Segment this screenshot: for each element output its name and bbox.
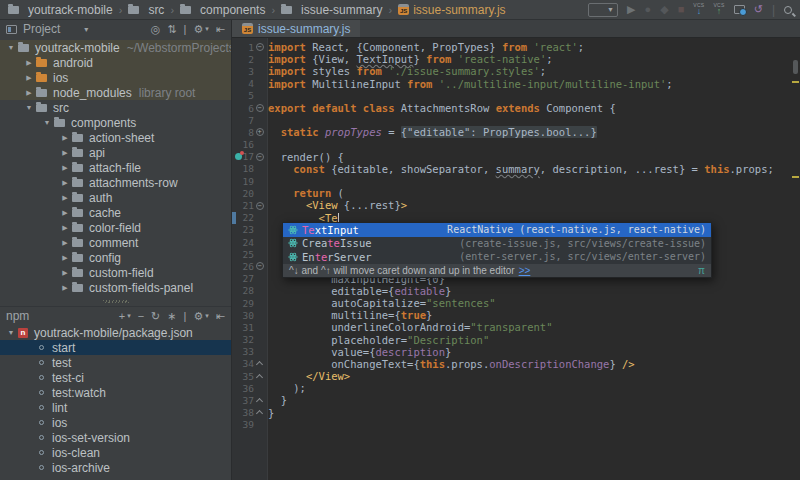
tree-item-api[interactable]: ▶api: [0, 145, 231, 160]
chevron-down-icon[interactable]: ▾: [84, 25, 88, 34]
code-line[interactable]: export default class AttachmentsRow exte…: [268, 102, 800, 114]
npm-script-test-watch[interactable]: test:watch: [0, 385, 231, 400]
chevron-collapsed-icon[interactable]: ▶: [22, 74, 36, 82]
tree-item-comment[interactable]: ▶comment: [0, 235, 231, 250]
npm-script-test[interactable]: test: [0, 355, 231, 370]
debug-button[interactable]: ●: [645, 4, 652, 15]
editor-tab-issue-summary[interactable]: JS issue-summary.js: [232, 20, 360, 37]
settings-button[interactable]: ⚙: [193, 23, 203, 36]
chevron-collapsed-icon[interactable]: ▶: [58, 269, 72, 277]
vcs-update-button[interactable]: VCS↓: [693, 3, 704, 16]
scrollbar-thumb[interactable]: [793, 60, 798, 74]
refresh-button[interactable]: ↻: [151, 310, 160, 323]
chevron-collapsed-icon[interactable]: ▶: [58, 224, 72, 232]
remove-button[interactable]: −: [138, 310, 144, 322]
chevron-collapsed-icon[interactable]: ▶: [58, 209, 72, 217]
fold-end-icon[interactable]: [256, 374, 263, 381]
code-line[interactable]: import {View, TextInput} from 'react-nat…: [268, 53, 800, 65]
fold-collapse-icon[interactable]: −: [256, 104, 264, 112]
chevron-collapsed-icon[interactable]: ▶: [22, 59, 36, 67]
breadcrumb-item-issue-summary-js[interactable]: JSissue-summary.js: [398, 3, 505, 17]
code-line[interactable]: multiline={true}: [268, 309, 800, 321]
chevron-collapsed-icon[interactable]: ▶: [58, 239, 72, 247]
code-line[interactable]: static propTypes = {"editable": PropType…: [268, 126, 800, 138]
code-line[interactable]: [268, 419, 800, 431]
npm-script-ios-set-version[interactable]: ios-set-version: [0, 430, 231, 445]
code-line[interactable]: const {editable, showSeparator, summary,…: [268, 163, 800, 175]
npm-root-package-json[interactable]: ▼nyoutrack-mobile/package.json: [0, 325, 231, 340]
fold-collapse-icon[interactable]: −: [256, 202, 264, 210]
search-everywhere-button[interactable]: [784, 6, 792, 14]
chevron-collapsed-icon[interactable]: ▶: [58, 254, 72, 262]
tree-item-custom-field[interactable]: ▶custom-field: [0, 265, 231, 280]
npm-script-ios-archive[interactable]: ios-archive: [0, 460, 231, 475]
run-config-selector[interactable]: ▼: [588, 3, 618, 17]
fold-expand-icon[interactable]: +: [256, 128, 264, 136]
tree-item-color-field[interactable]: ▶color-field: [0, 220, 231, 235]
fold-end-icon[interactable]: [256, 398, 263, 405]
recent-changes-button[interactable]: [734, 5, 745, 14]
tree-item-action-sheet[interactable]: ▶action-sheet: [0, 130, 231, 145]
tree-item-android[interactable]: ▶android: [0, 55, 231, 70]
locate-button[interactable]: ◎: [151, 23, 161, 36]
hide-button[interactable]: ⇤: [216, 23, 225, 36]
error-stripe[interactable]: [791, 38, 800, 480]
tree-item-youtrack-mobile[interactable]: ▼youtrack-mobile~/WebstormProjects/youtr…: [0, 40, 231, 55]
code-line[interactable]: [268, 114, 800, 126]
npm-script-lint[interactable]: lint: [0, 400, 231, 415]
override-gutter-icon[interactable]: [235, 153, 242, 160]
run-button[interactable]: ▶: [627, 4, 635, 15]
chevron-collapsed-icon[interactable]: ▶: [22, 89, 36, 97]
add-button[interactable]: +: [119, 310, 125, 322]
tree-item-custom-fields-panel[interactable]: ▶custom-fields-panel: [0, 280, 231, 295]
code-line[interactable]: </View>: [268, 370, 800, 382]
completion-item-enterserver[interactable]: EnterServer(enter-server.js, src/views/e…: [283, 250, 711, 264]
code-line[interactable]: }: [268, 394, 800, 406]
npm-toolwindow-title[interactable]: npm: [6, 309, 29, 323]
tree-item-node-modules[interactable]: ▶node_moduleslibrary root: [0, 85, 231, 100]
fold-collapse-icon[interactable]: −: [256, 153, 264, 161]
code-line[interactable]: <View {...rest}>: [268, 199, 800, 211]
code-line[interactable]: import styles from './issue-summary.styl…: [268, 65, 800, 77]
chevron-collapsed-icon[interactable]: ▶: [58, 194, 72, 202]
code-line[interactable]: onChangeText={this.props.onDescriptionCh…: [268, 358, 800, 370]
code-line[interactable]: );: [268, 382, 800, 394]
completion-item-createissue[interactable]: CreateIssue(create-issue.js, src/views/c…: [283, 237, 711, 251]
completion-item-textinput[interactable]: TextInputReactNative (react-native.js, r…: [283, 223, 711, 237]
tree-item-cache[interactable]: ▶cache: [0, 205, 231, 220]
tree-item-components[interactable]: ▼components: [0, 115, 231, 130]
code-line[interactable]: }: [268, 407, 800, 419]
npm-script-start[interactable]: start: [0, 340, 231, 355]
chevron-collapsed-icon[interactable]: ▶: [58, 134, 72, 142]
code-line[interactable]: import MultilineInput from '../multiline…: [268, 78, 800, 90]
collapse-all-button[interactable]: ⇅: [167, 23, 176, 36]
warning-stripe-mark[interactable]: [792, 176, 799, 178]
code-line[interactable]: autoCapitalize="sentences": [268, 297, 800, 309]
warning-stripe-mark[interactable]: [792, 81, 799, 83]
code-line[interactable]: placeholder="Description": [268, 334, 800, 346]
fold-end-icon[interactable]: [256, 361, 263, 368]
breadcrumb-item-youtrack-mobile[interactable]: youtrack-mobile: [8, 3, 113, 17]
code-line[interactable]: return (: [268, 187, 800, 199]
coverage-button[interactable]: ◆: [660, 4, 668, 15]
chevron-expanded-icon[interactable]: ▼: [4, 44, 18, 51]
chevron-expanded-icon[interactable]: ▼: [40, 119, 54, 126]
code-line[interactable]: [268, 139, 800, 151]
breadcrumb-item-issue-summary[interactable]: issue-summary: [281, 3, 382, 17]
rollback-button[interactable]: ↺: [754, 4, 763, 15]
breadcrumb-item-components[interactable]: components: [180, 3, 265, 17]
breadcrumb-item-src[interactable]: src: [128, 3, 164, 17]
run-script-button[interactable]: ∗: [167, 310, 176, 323]
fold-end-icon[interactable]: [256, 410, 263, 417]
fold-collapse-icon[interactable]: −: [256, 262, 264, 270]
code-line[interactable]: underlineColorAndroid="transparent": [268, 321, 800, 333]
completion-hint-link[interactable]: >>: [519, 265, 531, 276]
chevron-collapsed-icon[interactable]: ▶: [58, 179, 72, 187]
npm-script-ios-clean[interactable]: ios-clean: [0, 445, 231, 460]
npm-script-test-ci[interactable]: test-ci: [0, 370, 231, 385]
panel-splitter[interactable]: [0, 297, 231, 306]
tree-item-auth[interactable]: ▶auth: [0, 190, 231, 205]
chevron-expanded-icon[interactable]: ▼: [22, 104, 36, 111]
project-toolwindow-icon[interactable]: [6, 25, 17, 34]
hide-button[interactable]: ⇤: [216, 310, 225, 323]
